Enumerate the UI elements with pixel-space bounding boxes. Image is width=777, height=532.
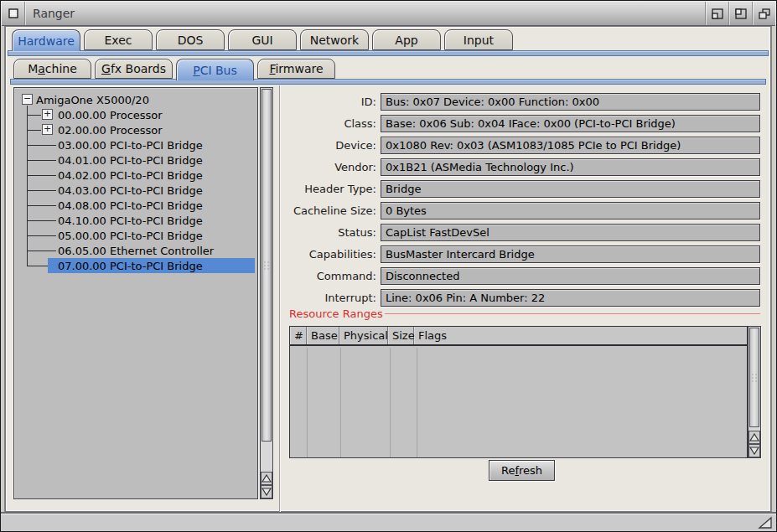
- tree-item-label: AmigaOne X5000/20: [36, 94, 149, 106]
- column-header[interactable]: Physical: [339, 327, 388, 344]
- tree-item-label: 06.05.00 Ethernet Controller: [58, 245, 214, 257]
- resource-ranges-header: # Base Physical Size Flags: [290, 327, 747, 346]
- field-value: Disconnected: [381, 267, 760, 285]
- tree-item[interactable]: 05.00.00 PCI-to-PCI Bridge: [14, 228, 257, 243]
- table-scrollbar-thumb[interactable]: [749, 328, 759, 427]
- field-value: BusMaster Intercard Bridge: [381, 245, 760, 263]
- close-gadget-button[interactable]: [2, 2, 24, 25]
- window-bottom-border: [1, 512, 776, 531]
- column-header[interactable]: Flags: [414, 327, 747, 344]
- tab-primary[interactable]: Exec: [84, 29, 153, 50]
- tree-scrollbar-thumb[interactable]: [262, 89, 272, 442]
- tab-secondary[interactable]: Gfx Boards: [95, 59, 173, 79]
- ranger-window: Ranger: [0, 0, 777, 532]
- tree-item[interactable]: AmigaOne X5000/20: [14, 92, 257, 107]
- tree-expander-icon[interactable]: [42, 109, 53, 120]
- field-label: Status:: [278, 226, 381, 239]
- table-scroll-down-button[interactable]: [749, 444, 760, 457]
- detail-field-row: Device: 0x1080 Rev: 0x03 (ASM1083/1085 P…: [278, 134, 760, 156]
- tab-primary[interactable]: GUI: [228, 29, 297, 50]
- device-details-panel: ID: Bus: 0x07 Device: 0x00 Function: 0x0…: [278, 85, 764, 514]
- window-title: Ranger: [25, 2, 705, 25]
- tab-label: Input: [464, 34, 494, 47]
- window-content: Hardware Exec DOS GUI Network: [5, 26, 771, 512]
- resource-ranges-body: [290, 348, 747, 457]
- tab-label: DOS: [178, 34, 204, 47]
- tab-label: PCI Bus: [193, 64, 237, 77]
- field-label: ID:: [278, 96, 381, 108]
- field-value: 0x1B21 (ASMedia Technology Inc.): [381, 158, 760, 176]
- tab-primary[interactable]: Hardware: [12, 29, 80, 51]
- iconify-gadget-button[interactable]: [706, 2, 728, 25]
- tree-item-label: 07.00.00 PCI-to-PCI Bridge: [58, 260, 203, 272]
- tab-primary[interactable]: Input: [444, 29, 513, 50]
- tree-item[interactable]: 07.00.00 PCI-to-PCI Bridge: [14, 258, 257, 273]
- tab-label: Machine: [28, 62, 77, 75]
- tree-item-label: 04.10.00 PCI-to-PCI Bridge: [58, 214, 203, 227]
- tab-primary[interactable]: App: [372, 29, 441, 50]
- tab-label: Gfx Boards: [101, 62, 166, 75]
- table-scroll-up-button[interactable]: [749, 431, 760, 444]
- zoom-gadget-button[interactable]: [729, 2, 752, 25]
- tree-item[interactable]: 04.08.00 PCI-to-PCI Bridge: [14, 198, 257, 213]
- resource-ranges-rule: [385, 313, 760, 314]
- tab-primary[interactable]: Network: [300, 29, 369, 50]
- tree-item-label: 03.00.00 PCI-to-PCI Bridge: [58, 139, 203, 152]
- tab-label: Hardware: [18, 34, 75, 48]
- tree-item[interactable]: 00.00.00 Processor: [14, 107, 257, 122]
- column-header[interactable]: #: [290, 327, 307, 344]
- tree-expander-icon[interactable]: [42, 124, 53, 135]
- iconify-icon: [711, 8, 724, 20]
- tree-scroll-down-button[interactable]: [261, 485, 272, 498]
- tree-scroll-up-button[interactable]: [261, 472, 272, 485]
- table-scrollbar[interactable]: [748, 326, 761, 458]
- column-header[interactable]: Size: [388, 327, 414, 344]
- detail-field-row: Capabilities: BusMaster Intercard Bridge: [278, 243, 760, 265]
- tab-secondary[interactable]: Firmware: [257, 59, 335, 79]
- field-value: 0x1080 Rev: 0x03 (ASM1083/1085 PCIe to P…: [381, 137, 760, 154]
- tree-item[interactable]: 04.10.00 PCI-to-PCI Bridge: [14, 213, 257, 228]
- resource-ranges-title: Resource Ranges: [289, 307, 383, 320]
- depth-gadget-button[interactable]: [753, 2, 775, 25]
- tree-item[interactable]: 02.00.00 Processor: [14, 122, 257, 137]
- field-value: Bus: 0x07 Device: 0x00 Function: 0x00: [381, 93, 760, 111]
- tree-item-label: 02.00.00 Processor: [58, 124, 163, 137]
- device-tree-panel: AmigaOne X5000/20 00.00.00 Processor 02.…: [13, 87, 258, 499]
- resize-gadget[interactable]: [753, 514, 776, 531]
- resource-ranges-table[interactable]: # Base Physical Size Flags: [289, 326, 748, 458]
- tree-item[interactable]: 06.05.00 Ethernet Controller: [14, 243, 257, 258]
- depth-icon: [758, 8, 771, 20]
- tree-item-label: 04.08.00 PCI-to-PCI Bridge: [58, 199, 203, 212]
- scroll-down-arrow-icon: [749, 447, 759, 455]
- tree-item-label: 04.01.00 PCI-to-PCI Bridge: [58, 154, 203, 167]
- tree-expander-icon[interactable]: [22, 94, 33, 105]
- primary-tab-underline-strip: [8, 50, 769, 56]
- resize-grip-icon: [756, 516, 773, 529]
- detail-field-row: Cacheline Size: 0 Bytes: [278, 199, 760, 221]
- tree-item-label: 05.00.00 PCI-to-PCI Bridge: [58, 230, 203, 242]
- field-label: Command:: [278, 270, 381, 282]
- tree-item[interactable]: 04.03.00 PCI-to-PCI Bridge: [14, 183, 257, 198]
- zoom-icon: [734, 8, 748, 20]
- field-value: Base: 0x06 Sub: 0x04 IFace: 0x00 (PCI-to…: [381, 115, 760, 132]
- tree-scrollbar[interactable]: [260, 87, 273, 499]
- scroll-down-arrow-icon: [262, 488, 272, 496]
- detail-field-row: Interrupt: Line: 0x06 Pin: A Number: 22: [278, 287, 760, 308]
- refresh-button[interactable]: Refresh: [489, 460, 555, 481]
- tab-primary[interactable]: DOS: [156, 29, 225, 50]
- column-header[interactable]: Base: [307, 327, 339, 344]
- tree-item-label: 04.02.00 PCI-to-PCI Bridge: [58, 169, 203, 182]
- field-value: CapList FastDevSel: [381, 224, 760, 241]
- tab-secondary[interactable]: Machine: [13, 59, 91, 79]
- titlebar[interactable]: Ranger: [2, 2, 775, 26]
- field-label: Class:: [278, 117, 381, 130]
- detail-fields: ID: Bus: 0x07 Device: 0x00 Function: 0x0…: [278, 90, 760, 308]
- primary-tab-bar: Hardware Exec DOS GUI Network: [12, 29, 513, 51]
- tree-item[interactable]: 03.00.00 PCI-to-PCI Bridge: [14, 137, 257, 152]
- field-label: Vendor:: [278, 161, 381, 173]
- tab-label: Firmware: [269, 62, 323, 75]
- tree-item[interactable]: 04.01.00 PCI-to-PCI Bridge: [14, 152, 257, 168]
- tab-secondary[interactable]: PCI Bus: [176, 59, 254, 80]
- scroll-up-arrow-icon: [262, 474, 272, 483]
- tree-item[interactable]: 04.02.00 PCI-to-PCI Bridge: [14, 168, 257, 183]
